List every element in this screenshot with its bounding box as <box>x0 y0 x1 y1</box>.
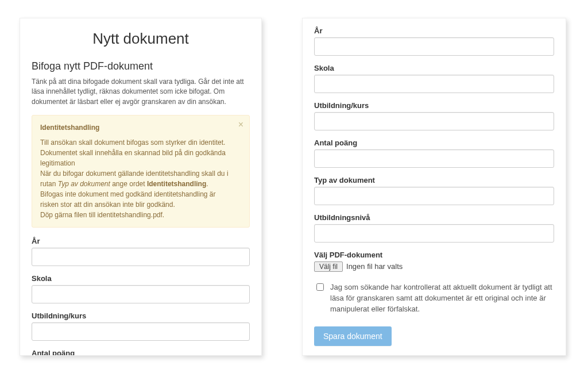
alert-doctype-em: Typ av dokument <box>58 180 110 188</box>
alert-title: Identitetshandling <box>40 122 232 133</box>
modal-panel-left: Nytt dokument Bifoga nytt PDF-dokument T… <box>20 18 262 356</box>
label-doctype-r: Typ av dokument <box>314 176 554 184</box>
intro-text: Tänk på att dina bifogade dokument skall… <box>32 77 250 107</box>
save-button[interactable]: Spara dokument <box>314 326 392 346</box>
label-school: Skola <box>32 274 250 283</box>
alert-p2b: ange ordet <box>110 180 147 188</box>
label-school-r: Skola <box>314 64 554 72</box>
label-course-r: Utbildning/kurs <box>314 101 554 110</box>
section-heading: Bifoga nytt PDF-dokument <box>32 60 250 72</box>
label-level-r: Utbildningsnivå <box>314 213 554 222</box>
input-course[interactable] <box>32 322 250 341</box>
label-course: Utbildning/kurs <box>32 311 250 320</box>
label-points: Antal poäng <box>32 349 250 356</box>
input-points-r[interactable] <box>314 149 554 168</box>
input-level-r[interactable] <box>314 224 554 243</box>
input-doctype-r[interactable] <box>314 187 554 205</box>
label-year: År <box>32 237 250 245</box>
input-year[interactable] <box>32 248 250 266</box>
file-status-text: Ingen fil har valts <box>346 262 403 271</box>
label-pick-pdf: Välj PDF-dokument <box>314 251 554 259</box>
input-school-r[interactable] <box>314 75 554 93</box>
modal-panel-right: År Skola Utbildning/kurs Antal poäng Typ… <box>302 18 566 356</box>
alert-paragraph-1: Till ansökan skall dokument bifogas som … <box>40 137 232 168</box>
file-choose-button[interactable]: Välj fil <box>314 261 343 272</box>
confirm-text: Jag som sökande har kontrollerat att akt… <box>330 282 554 315</box>
input-course-r[interactable] <box>314 112 554 130</box>
file-picker-row: Välj filIngen fil har valts <box>314 261 554 272</box>
label-points-r: Antal poäng <box>314 139 554 147</box>
confirm-checkbox[interactable] <box>316 283 324 291</box>
label-year-r: År <box>314 26 554 35</box>
close-icon[interactable]: × <box>238 120 243 129</box>
input-year-r[interactable] <box>314 37 554 56</box>
alert-paragraph-3: Döp gärna filen till identitetshandling.… <box>40 210 232 220</box>
identity-alert: × Identitetshandling Till ansökan skall … <box>32 115 250 228</box>
input-school[interactable] <box>32 285 250 303</box>
alert-paragraph-2: När du bifogar dokument gällande identit… <box>40 168 232 210</box>
alert-identity-strong: Identitetshandling <box>147 180 206 188</box>
modal-title: Nytt dokument <box>32 30 250 48</box>
